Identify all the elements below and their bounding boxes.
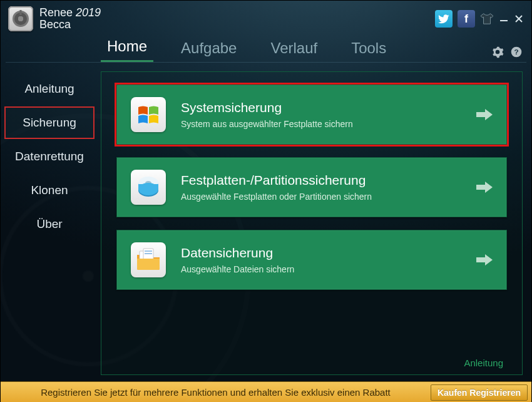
folder-files-icon	[131, 242, 166, 277]
svg-point-8	[138, 183, 158, 195]
minimize-button[interactable]	[499, 14, 509, 24]
app-title-prefix: Renee	[39, 6, 73, 19]
sidebar-item-ueber[interactable]: Über	[4, 208, 95, 240]
card-title: Systemsicherung	[181, 100, 461, 115]
sidebar: Anleitung Sicherung Datenrettung Klonen …	[1, 63, 98, 381]
arrow-right-icon	[476, 254, 493, 266]
app-title-line2: Becca	[39, 19, 101, 31]
facebook-icon[interactable]: f	[458, 10, 475, 28]
svg-rect-12	[145, 253, 152, 254]
tab-home[interactable]: Home	[101, 35, 153, 62]
sidebar-item-sicherung[interactable]: Sicherung	[4, 106, 95, 139]
card-desc: System aus ausgewählter Festplatte siche…	[181, 119, 461, 129]
card-systemsicherung[interactable]: Systemsicherung System aus ausgewählter …	[116, 85, 507, 145]
tab-tools[interactable]: Tools	[345, 37, 392, 62]
title-bar: Renee 2019 Becca f	[1, 1, 531, 37]
card-datensicherung[interactable]: Datensicherung Ausgewählte Dateien siche…	[116, 230, 507, 290]
hard-disk-icon	[131, 170, 166, 205]
windows-flag-icon	[131, 97, 166, 132]
tshirt-icon[interactable]	[480, 13, 494, 25]
help-icon[interactable]: ?	[510, 46, 523, 58]
svg-rect-11	[145, 250, 152, 252]
card-title: Festplatten-/Partitionssicherung	[181, 173, 461, 188]
card-desc: Ausgewählte Dateien sichern	[181, 264, 461, 274]
tab-aufgabe[interactable]: Aufgabe	[175, 37, 243, 62]
tab-verlauf[interactable]: Verlauf	[264, 37, 324, 62]
app-title: Renee 2019 Becca	[39, 7, 101, 31]
sidebar-item-klonen[interactable]: Klonen	[4, 174, 95, 207]
main-panel: Systemsicherung System aus ausgewählter …	[101, 71, 523, 375]
arrow-right-icon	[476, 108, 493, 121]
app-title-year: 2019	[76, 6, 101, 19]
app-logo-icon	[8, 6, 33, 31]
twitter-icon[interactable]	[435, 10, 453, 28]
arrow-right-icon	[476, 181, 493, 193]
top-nav: Home Aufgabe Verlauf Tools ?	[1, 37, 531, 62]
close-button[interactable]	[514, 14, 524, 24]
card-festplatten-partitionssicherung[interactable]: Festplatten-/Partitionssicherung Ausgewä…	[116, 157, 507, 217]
buy-register-button[interactable]: Kaufen Registrieren	[431, 384, 528, 401]
sidebar-item-anleitung[interactable]: Anleitung	[4, 73, 95, 105]
anleitung-link[interactable]: Anleitung	[464, 358, 503, 368]
svg-rect-0	[500, 20, 508, 21]
card-desc: Ausgewählte Festplatten oder Partitionen…	[181, 192, 461, 202]
sidebar-item-datenrettung[interactable]: Datenrettung	[4, 140, 95, 173]
card-title: Datensicherung	[181, 245, 461, 260]
svg-text:?: ?	[514, 48, 518, 56]
gear-icon[interactable]	[491, 46, 504, 58]
